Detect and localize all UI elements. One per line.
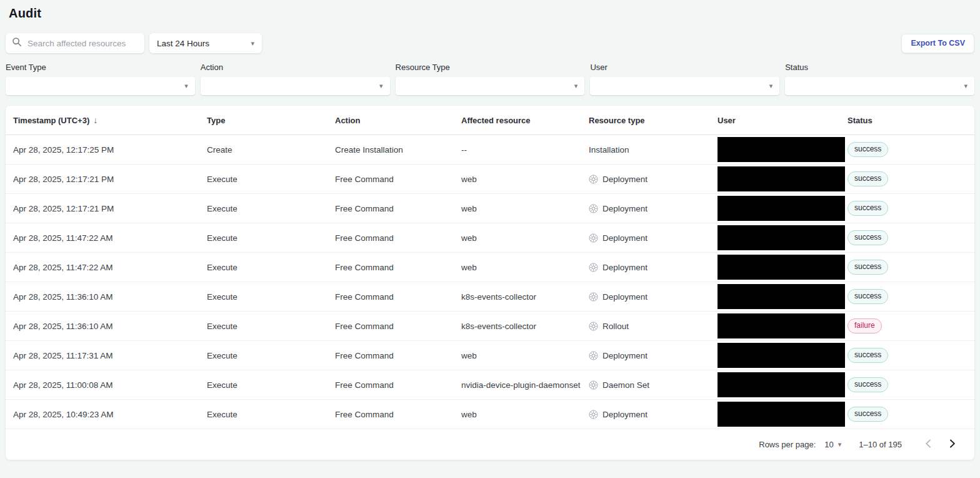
cell-type: Execute <box>207 380 335 390</box>
next-page-button[interactable] <box>944 437 961 453</box>
cell-status: success <box>848 142 974 156</box>
cell-action: Free Command <box>335 322 461 331</box>
resource-type-label: Deployment <box>602 410 648 419</box>
rows-per-page: Rows per page: 10 ▾ <box>759 440 841 449</box>
cell-user <box>718 223 848 252</box>
cell-action: Free Command <box>335 380 461 390</box>
redacted-user <box>718 372 845 397</box>
cell-affected-resource: web <box>461 233 589 243</box>
rows-per-page-value: 10 <box>824 440 833 449</box>
resource-type-select[interactable]: ▾ <box>396 77 585 95</box>
chevron-left-icon <box>924 439 931 450</box>
status-badge: success <box>848 201 888 215</box>
resource-type-label: Rollout <box>602 322 629 331</box>
resource-type-label: Deployment <box>602 263 648 272</box>
user-select[interactable]: ▾ <box>590 77 779 95</box>
cell-action: Free Command <box>335 204 461 213</box>
status-badge: success <box>848 289 888 303</box>
filter-event-type: Event Type ▾ <box>6 63 195 95</box>
table-row[interactable]: Apr 28, 2025, 11:00:08 AM Execute Free C… <box>6 370 974 400</box>
cell-status: success <box>848 260 974 274</box>
sort-desc-icon[interactable]: ↓ <box>93 115 98 125</box>
table-body: Apr 28, 2025, 12:17:25 PM Create Create … <box>6 135 974 429</box>
status-badge: success <box>848 142 888 156</box>
table-row[interactable]: Apr 28, 2025, 11:17:31 AM Execute Free C… <box>6 341 974 370</box>
cell-resource-type: Deployment <box>589 175 718 184</box>
export-csv-button[interactable]: Export To CSV <box>901 34 974 53</box>
redacted-user <box>718 196 845 221</box>
status-badge: success <box>848 377 888 392</box>
chevron-down-icon: ▾ <box>379 83 383 89</box>
col-status: Status <box>848 116 974 125</box>
table-row[interactable]: Apr 28, 2025, 12:17:25 PM Create Create … <box>6 135 974 165</box>
cell-action: Free Command <box>335 292 461 302</box>
filter-label: Resource Type <box>396 63 585 72</box>
status-badge: success <box>848 230 888 245</box>
col-affected-resource: Affected resource <box>461 116 589 125</box>
table-row[interactable]: Apr 28, 2025, 11:47:22 AM Execute Free C… <box>6 223 974 253</box>
chevron-down-icon: ▾ <box>838 441 842 448</box>
cell-user <box>718 194 848 223</box>
redacted-user <box>718 166 845 191</box>
cell-resource-type: Deployment <box>589 410 718 419</box>
col-user: User <box>718 116 848 125</box>
col-action: Action <box>335 116 461 125</box>
action-select[interactable]: ▾ <box>201 77 390 95</box>
time-range-select[interactable]: Last 24 Hours ▾ <box>149 33 262 53</box>
rows-per-page-select[interactable]: 10 ▾ <box>824 440 841 449</box>
audit-table: Timestamp (UTC+3) ↓ Type Action Affected… <box>6 106 974 460</box>
chevron-right-icon <box>949 439 956 450</box>
previous-page-button[interactable] <box>919 437 936 453</box>
table-row[interactable]: Apr 28, 2025, 11:36:10 AM Execute Free C… <box>6 312 974 341</box>
cell-type: Execute <box>207 410 335 419</box>
status-badge: success <box>848 407 888 421</box>
event-type-select[interactable]: ▾ <box>6 77 195 95</box>
cell-timestamp: Apr 28, 2025, 11:36:10 AM <box>13 292 207 302</box>
redacted-user <box>718 402 845 427</box>
filter-resource-type: Resource Type ▾ <box>396 63 585 95</box>
cell-affected-resource: web <box>461 204 589 213</box>
cell-user <box>718 400 848 429</box>
chevron-down-icon: ▾ <box>574 83 578 89</box>
filter-bar: Event Type ▾ Action ▾ Resource Type ▾ Us… <box>6 63 974 95</box>
status-select[interactable]: ▾ <box>785 77 974 95</box>
cell-action: Free Command <box>335 410 461 419</box>
filter-label: Status <box>785 63 974 72</box>
cell-status: success <box>848 289 974 303</box>
col-timestamp[interactable]: Timestamp (UTC+3) ↓ <box>13 115 207 125</box>
kubernetes-resource-icon <box>589 351 598 360</box>
table-row[interactable]: Apr 28, 2025, 12:17:21 PM Execute Free C… <box>6 194 974 223</box>
pagination-range: 1–10 of 195 <box>859 440 902 449</box>
resource-type-label: Deployment <box>602 292 648 302</box>
status-badge: success <box>848 260 888 274</box>
redacted-user <box>718 255 845 280</box>
cell-user <box>718 253 848 282</box>
cell-affected-resource: web <box>461 263 589 272</box>
table-row[interactable]: Apr 28, 2025, 12:17:21 PM Execute Free C… <box>6 165 974 194</box>
audit-page: Audit Last 24 Hours ▾ Export To CSV Even… <box>0 0 980 460</box>
cell-timestamp: Apr 28, 2025, 11:47:22 AM <box>13 233 207 243</box>
table-row[interactable]: Apr 28, 2025, 11:36:10 AM Execute Free C… <box>6 282 974 312</box>
cell-user <box>718 370 848 399</box>
kubernetes-resource-icon <box>589 322 598 331</box>
chevron-down-icon: ▾ <box>964 83 968 89</box>
cell-user <box>718 282 848 311</box>
cell-status: success <box>848 377 974 392</box>
table-row[interactable]: Apr 28, 2025, 10:49:23 AM Execute Free C… <box>6 400 974 429</box>
search-icon <box>12 37 22 49</box>
cell-affected-resource: web <box>461 175 589 184</box>
kubernetes-resource-icon <box>589 233 598 243</box>
redacted-user <box>718 284 845 309</box>
cell-affected-resource: k8s-events-collector <box>461 322 589 331</box>
cell-action: Free Command <box>335 233 461 243</box>
search-box[interactable] <box>6 33 144 53</box>
resource-type-label: Daemon Set <box>602 380 649 390</box>
table-row[interactable]: Apr 28, 2025, 11:47:22 AM Execute Free C… <box>6 253 974 282</box>
cell-user <box>718 312 848 340</box>
kubernetes-resource-icon <box>589 263 598 272</box>
page-title: Audit <box>9 6 974 21</box>
kubernetes-resource-icon <box>589 380 598 390</box>
cell-timestamp: Apr 28, 2025, 12:17:25 PM <box>13 145 207 155</box>
resource-type-label: Deployment <box>602 175 648 184</box>
search-input[interactable] <box>28 39 138 48</box>
